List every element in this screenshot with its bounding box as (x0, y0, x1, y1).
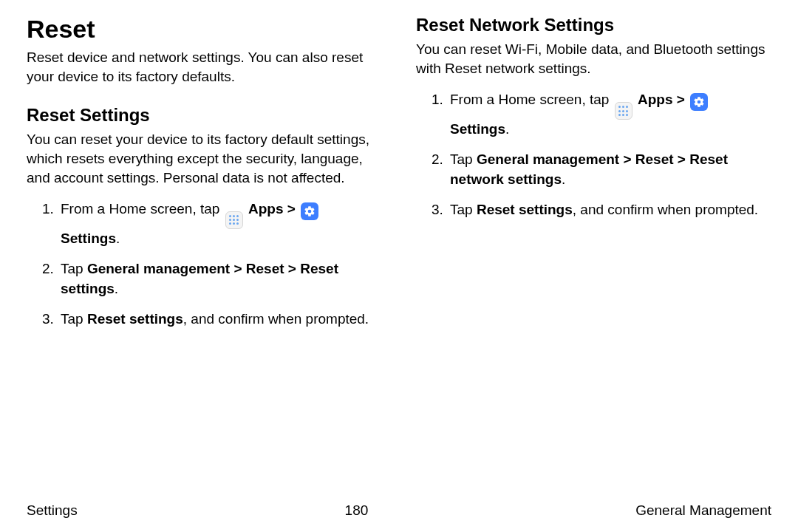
step-text: , and confirm when prompted. (183, 311, 369, 327)
apps-label: Apps (638, 92, 673, 107)
step-text: . (115, 281, 118, 296)
step-text: Tap (61, 261, 87, 276)
step-bold: Reset settings (477, 202, 573, 217)
right-column: Reset Network Settings You can reset Wi-… (416, 15, 771, 498)
step-text: Tap (450, 202, 477, 217)
step-text: . (116, 231, 120, 246)
step: From a Home screen, tap Apps > Settings. (447, 90, 771, 140)
step-text: , and confirm when prompted. (573, 202, 758, 217)
settings-icon (690, 93, 708, 111)
step-text: Tap (61, 311, 87, 327)
step-text: . (562, 171, 565, 187)
step-text: From a Home screen, tap (450, 92, 613, 107)
page-number: 180 (345, 502, 369, 519)
step-bold: General management > Reset > Reset setti… (61, 261, 338, 296)
step: Tap General management > Reset > Reset s… (58, 259, 382, 299)
settings-label: Settings (61, 231, 116, 246)
manual-page: Reset Reset device and network settings.… (0, 0, 798, 532)
left-column: Reset Reset device and network settings.… (27, 15, 382, 498)
apps-icon (615, 102, 632, 120)
step: From a Home screen, tap Apps > Settings. (58, 200, 382, 249)
apps-label: Apps (248, 201, 284, 216)
settings-label: Settings (450, 121, 505, 137)
footer-left: Settings (27, 502, 78, 519)
page-title: Reset (27, 15, 382, 44)
section-heading-reset-settings: Reset Settings (27, 105, 382, 126)
step-text: Tap (450, 151, 477, 167)
section-intro: You can reset your device to its factory… (27, 130, 382, 188)
step-text: From a Home screen, tap (61, 201, 224, 216)
step: Tap Reset settings, and confirm when pro… (447, 200, 771, 220)
section-heading-reset-network: Reset Network Settings (416, 15, 771, 35)
apps-icon (225, 211, 243, 229)
footer-right: General Management (635, 502, 771, 519)
columns: Reset Reset device and network settings.… (27, 15, 771, 498)
settings-icon (301, 202, 318, 220)
step-text: . (505, 121, 509, 137)
step-bold: Reset settings (87, 311, 183, 327)
steps-list: From a Home screen, tap Apps > Settings.… (416, 90, 771, 220)
step: Tap General management > Reset > Reset n… (447, 150, 771, 190)
step-bold: General management > Reset > Reset netwo… (450, 151, 728, 187)
steps-list: From a Home screen, tap Apps > Settings.… (27, 200, 382, 330)
intro-text: Reset device and network settings. You c… (27, 48, 382, 86)
chevron-icon: > (677, 92, 689, 107)
section-intro: You can reset Wi-Fi, Mobile data, and Bl… (416, 40, 771, 78)
step: Tap Reset settings, and confirm when pro… (58, 310, 382, 330)
page-footer: Settings 180 General Management (27, 502, 771, 519)
chevron-icon: > (287, 201, 299, 216)
